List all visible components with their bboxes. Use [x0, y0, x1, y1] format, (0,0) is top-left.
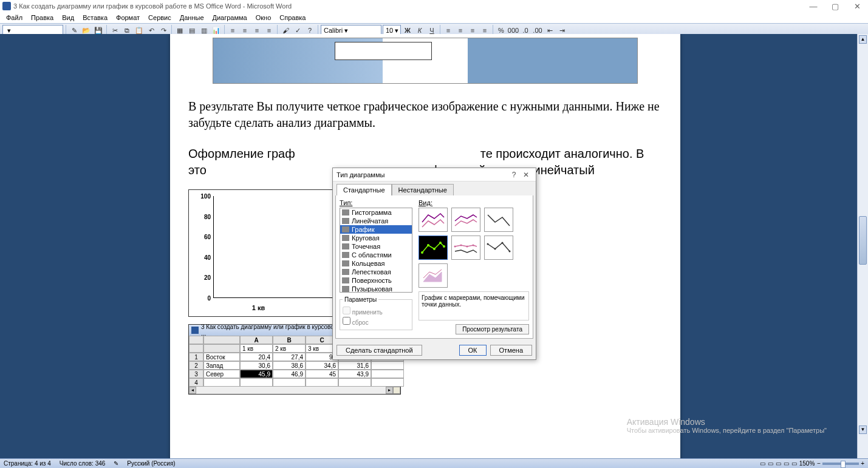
cell[interactable]: 45 — [306, 370, 338, 378]
type-bar[interactable]: Линейчатая — [340, 217, 412, 225]
zoom-level[interactable]: 150% — [799, 460, 815, 467]
column-header[interactable]: A — [240, 336, 273, 344]
row-number[interactable]: 4 — [189, 378, 203, 387]
dialog-close-icon[interactable]: ✕ — [520, 171, 532, 179]
svg-point-1 — [427, 244, 429, 246]
svg-point-6 — [460, 245, 462, 246]
tab-custom[interactable]: Нестандартные — [392, 184, 454, 195]
cell[interactable]: 30,6 — [240, 361, 273, 370]
quarter-header[interactable]: 2 кв — [273, 344, 306, 353]
status-wordcount[interactable]: Число слов: 346 — [60, 460, 106, 467]
menu-window[interactable]: Окно — [252, 13, 275, 22]
menu-chart[interactable]: Диаграмма — [209, 13, 251, 22]
row-label[interactable]: Восток — [203, 353, 240, 361]
minimize-button[interactable]: — — [805, 2, 822, 11]
type-pie[interactable]: Круговая — [340, 234, 412, 242]
chart-type-list[interactable]: Гистограмма Линейчатая График Круговая Т… — [340, 208, 412, 293]
cell[interactable] — [338, 378, 371, 387]
dialog-titlebar[interactable]: Тип диаграммы ? ✕ — [333, 168, 536, 181]
type-histogram[interactable]: Гистограмма — [340, 208, 412, 217]
quarter-header[interactable]: 1 кв — [240, 344, 273, 353]
quarter-header[interactable] — [189, 344, 203, 353]
svg-point-2 — [433, 248, 436, 250]
cell[interactable]: 38,6 — [273, 361, 306, 370]
close-button[interactable]: ✕ — [849, 2, 866, 11]
subtype-description: График с маркерами, помечающими точки да… — [419, 291, 529, 320]
status-page[interactable]: Страница: 4 из 4 — [4, 460, 51, 467]
menu-tools[interactable]: Сервис — [145, 13, 175, 22]
zoom-out-icon[interactable]: − — [817, 460, 821, 467]
cell[interactable]: 34,6 — [306, 361, 338, 370]
type-surface[interactable]: Поверхность — [340, 276, 412, 285]
view-draft-icon[interactable]: ▭ — [791, 460, 797, 467]
cell[interactable] — [273, 378, 306, 387]
column-header[interactable] — [203, 336, 240, 344]
subtype-2[interactable] — [451, 208, 480, 232]
row-number[interactable]: 2 — [189, 361, 203, 370]
menu-edit[interactable]: Правка — [27, 13, 57, 22]
subtype-4[interactable] — [419, 236, 448, 260]
row-label[interactable]: Север — [203, 370, 240, 378]
row-label[interactable] — [203, 378, 240, 387]
subtype-3[interactable] — [484, 208, 513, 232]
view-reading-icon[interactable]: ▭ — [768, 460, 773, 467]
dialog-tabs: Стандартные Нестандартные — [333, 181, 536, 195]
scroll-down-icon[interactable]: ▼ — [859, 426, 867, 434]
zoom-slider[interactable]: − + — [817, 460, 864, 467]
menu-file[interactable]: Файл — [2, 13, 26, 22]
column-header[interactable]: B — [273, 336, 306, 344]
subtype-1[interactable] — [419, 208, 448, 232]
view-print-layout-icon[interactable]: ▭ — [760, 460, 765, 467]
column-header[interactable] — [189, 336, 203, 344]
type-bubble[interactable]: Пузырьковая — [340, 285, 412, 293]
row-number[interactable]: 1 — [189, 353, 203, 361]
maximize-button[interactable]: ▢ — [827, 2, 844, 11]
preview-button[interactable]: Просмотр результата — [456, 324, 529, 334]
cell[interactable] — [371, 361, 404, 370]
subtype-6[interactable] — [484, 236, 513, 260]
cell[interactable] — [371, 378, 404, 387]
line-icon — [342, 226, 349, 232]
scroll-thumb[interactable] — [859, 216, 867, 265]
cell[interactable]: 46,9 — [273, 370, 306, 378]
cell[interactable] — [371, 370, 404, 378]
cell[interactable]: 45,9 — [240, 370, 273, 378]
row-label[interactable]: Запад — [203, 361, 240, 370]
tab-standard[interactable]: Стандартные — [337, 184, 392, 195]
menu-insert[interactable]: Вставка — [79, 13, 111, 22]
dialog-help-icon[interactable]: ? — [508, 171, 520, 179]
cell[interactable]: 43,9 — [338, 370, 371, 378]
status-spellcheck-icon[interactable]: ✎ — [114, 460, 118, 467]
cell[interactable] — [240, 378, 273, 387]
type-area[interactable]: С областями — [340, 251, 412, 259]
subtype-5[interactable] — [451, 236, 480, 260]
vertical-scrollbar[interactable]: ▲ ▼ — [857, 34, 868, 458]
type-radar[interactable]: Лепестковая — [340, 268, 412, 276]
status-language[interactable]: Русский (Россия) — [127, 460, 175, 467]
cell[interactable]: 20,4 — [240, 353, 273, 361]
ok-button[interactable]: ОК — [459, 345, 487, 356]
cell[interactable]: 31,6 — [338, 361, 371, 370]
reset-checkbox[interactable]: сброс — [343, 317, 409, 326]
row-number[interactable]: 3 — [189, 370, 203, 378]
scroll-up-icon[interactable]: ▲ — [859, 35, 867, 44]
make-standard-button[interactable]: Сделать стандартной — [337, 345, 422, 356]
cell[interactable] — [306, 378, 338, 387]
subtype-7[interactable] — [419, 263, 448, 288]
type-scatter[interactable]: Точечная — [340, 242, 412, 251]
menu-format[interactable]: Формат — [112, 13, 143, 22]
menu-data[interactable]: Данные — [176, 13, 208, 22]
cancel-button[interactable]: Отмена — [490, 345, 532, 356]
menu-view[interactable]: Вид — [58, 13, 78, 22]
view-web-icon[interactable]: ▭ — [776, 460, 781, 467]
quarter-header[interactable] — [203, 344, 240, 353]
type-line[interactable]: График — [340, 225, 412, 234]
menu-help[interactable]: Справка — [276, 13, 309, 22]
window-controls: — ▢ ✕ — [805, 2, 866, 11]
view-outline-icon[interactable]: ▭ — [784, 460, 789, 467]
type-doughnut[interactable]: Кольцевая — [340, 259, 412, 268]
zoom-in-icon[interactable]: + — [861, 460, 864, 467]
datasheet-scrollbar[interactable]: ◂▸ — [189, 387, 400, 394]
datasheet-icon — [191, 327, 199, 334]
cell[interactable]: 27,4 — [273, 353, 306, 361]
